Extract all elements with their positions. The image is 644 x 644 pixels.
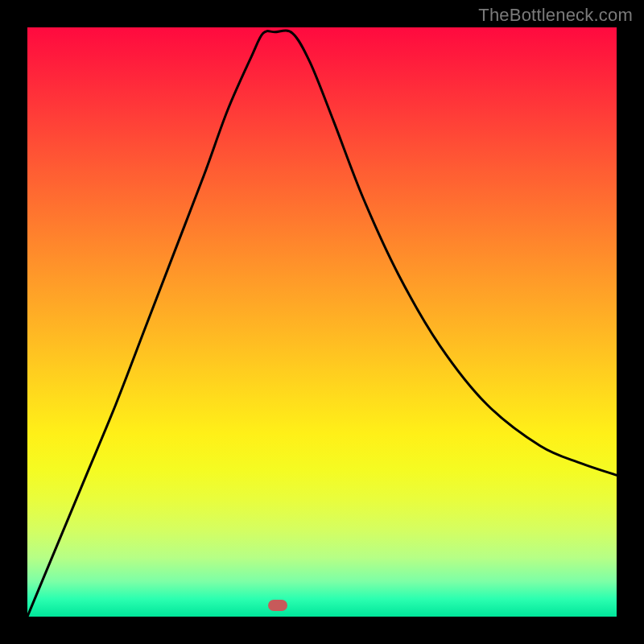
bottleneck-curve-path — [27, 31, 617, 617]
watermark-text: TheBottleneck.com — [478, 5, 633, 26]
plot-area — [27, 27, 617, 617]
chart-frame: TheBottleneck.com — [0, 0, 644, 644]
bottleneck-curve — [27, 27, 617, 617]
optimal-point-marker — [268, 600, 287, 611]
